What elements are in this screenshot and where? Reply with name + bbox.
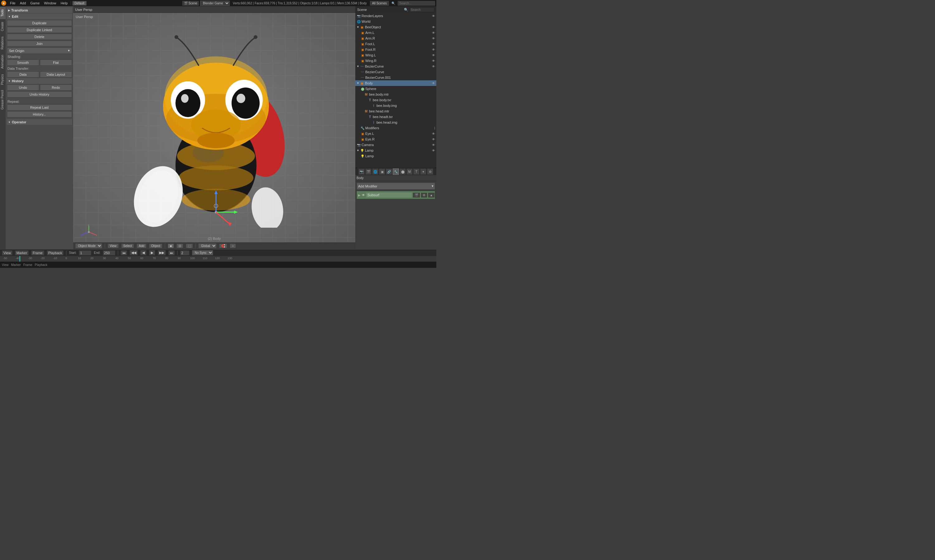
outliner-item-bee-headt-txr[interactable]: T bee.headt.txr [355,114,436,120]
join-button[interactable]: Join [7,40,72,47]
vtab-tools[interactable]: Tools [0,7,6,19]
edit-section-header[interactable]: ▼ Edit [7,14,72,19]
duplicate-button[interactable]: Duplicate [7,20,72,26]
outliner-item-beziercurve-child1[interactable]: 〰 BezierCurve [355,69,436,75]
beziercurve-visibility-icon[interactable]: 👁 [432,65,435,68]
eye-l-visibility-icon[interactable]: 👁 [432,132,435,135]
world-prop-icon[interactable]: 🌐 [372,169,378,175]
body-expand-icon[interactable]: ▼ [356,82,359,85]
renderlayers-visibility-icon[interactable]: 👁 [432,14,435,18]
object-prop-icon[interactable]: ▣ [379,169,385,175]
duplicate-linked-button[interactable]: Duplicate Linked [7,27,72,33]
tl-end-input[interactable] [103,251,115,255]
outliner-item-foot-r[interactable]: ▣ Foot.R 👁 [355,47,436,52]
vtab-relations[interactable]: Relations [0,34,6,52]
outliner-item-bee-body-txr[interactable]: T bee.body.txr [355,97,436,103]
status-playback[interactable]: Playback [35,263,48,267]
outliner-item-bee-head-img[interactable]: I bee.head.img [355,120,436,125]
all-scenes-btn[interactable]: All Scenes [370,1,389,6]
outliner-item-beziercurve[interactable]: ▼ 〰 BezierCurve 👁 [355,63,436,69]
menu-game[interactable]: Game [28,1,42,6]
status-view[interactable]: View [2,263,9,267]
tl-next-frame-btn[interactable]: ▶▶ [158,250,166,255]
outliner-item-wing-r[interactable]: ▣ Wing.R 👁 [355,58,436,63]
proportional-btn[interactable]: ○ [230,243,236,248]
outliner-search-icon[interactable]: 🔍 [404,8,408,12]
outliner-item-bee-head-mtr[interactable]: M bee.head.mtr [355,108,436,114]
outliner-item-eye-r[interactable]: ▣ Eye.R 👁 [355,137,436,142]
texture-mode-btn[interactable]: ⬚ [186,243,193,248]
menu-window[interactable]: Window [42,1,58,6]
subsurf-name-input[interactable] [366,192,412,197]
pivot-select[interactable]: Global [198,243,217,249]
tl-playback-btn[interactable]: Playback [47,251,64,255]
tl-start-input[interactable] [79,251,91,255]
main-viewport[interactable]: User Persp [73,6,355,249]
wing-l-visibility-icon[interactable]: 👁 [432,54,435,57]
modifier-prop-icon[interactable]: 🔧 [393,169,399,175]
texture-prop-icon[interactable]: T [413,169,420,175]
status-frame[interactable]: Frame [23,263,32,267]
menu-add[interactable]: Add [18,1,28,6]
vtab-grease-pencil[interactable]: Grease Pencil [0,88,6,112]
outliner-item-foot-l[interactable]: ▣ Foot.L 👁 [355,41,436,47]
smooth-button[interactable]: Smooth [7,60,39,66]
tl-marker-btn[interactable]: Marker [15,251,29,255]
outliner-item-sphere[interactable]: ⬤ Sphere [355,86,436,92]
outliner-item-eye-l[interactable]: ▣ Eye.L 👁 [355,131,436,137]
add-menu-btn[interactable]: Add [136,243,147,248]
wire-mode-btn[interactable]: ⊡ [176,243,183,248]
tl-view-btn[interactable]: View [2,251,12,255]
outliner-item-body[interactable]: ▼ ▣ Body 👁 [355,80,436,86]
scene-selector[interactable]: 🎬 Scene [182,1,199,6]
search-icon[interactable]: 🔍 [390,1,397,5]
view-menu-btn[interactable]: View [108,243,119,248]
outliner-item-wing-l[interactable]: ▣ Wing.L 👁 [355,52,436,58]
status-marker[interactable]: Marker [11,263,21,267]
foot-l-visibility-icon[interactable]: 👁 [432,42,435,46]
tl-play-back-btn[interactable]: ◀ [140,250,147,255]
repeat-last-button[interactable]: Repeat Last [7,104,72,111]
foot-r-visibility-icon[interactable]: 👁 [432,48,435,51]
flat-button[interactable]: Flat [40,60,72,66]
tl-frame-btn[interactable]: Frame [31,251,44,255]
workspace-label[interactable]: Default [72,1,86,6]
data-layout-button[interactable]: Data Layout [40,71,72,78]
outliner-item-lamp-child[interactable]: 💡 Lamp [355,153,436,159]
beeobject-expand-icon[interactable]: ▼ [356,26,359,29]
physics-prop-icon[interactable]: ⚙ [427,169,433,175]
data-prop-icon[interactable]: ⬤ [400,169,406,175]
subsurf-settings-btn[interactable]: ⚙ [421,193,427,197]
menu-file[interactable]: File [8,1,17,6]
beziercurve-expand-icon[interactable]: ▼ [356,65,359,68]
vtab-create[interactable]: Create [0,19,6,34]
subsurf-visibility-icon[interactable]: 👁 [362,194,365,197]
subsurf-down-btn[interactable]: ▼ [436,193,436,197]
solid-mode-btn[interactable]: ■ [168,243,174,248]
add-modifier-button[interactable]: Add Modifier ▾ [356,183,435,190]
outliner-item-renderlayers[interactable]: 📷 RenderLayers 👁 [355,13,436,19]
render-prop-icon[interactable]: 📷 [358,169,365,175]
outliner-item-bee-body-mtr[interactable]: M bee.body.mtr [355,92,436,97]
outliner-item-camera[interactable]: 📷 Camera 👁 [355,142,436,148]
subsurf-up-btn[interactable]: ▲ [428,193,435,197]
transform-section-header[interactable]: ▶ Transform [7,8,72,13]
constraint-prop-icon[interactable]: 🔗 [386,169,392,175]
undo-history-button[interactable]: Undo History [7,91,72,97]
outliner-item-arm-l[interactable]: ▣ Arm.L 👁 [355,30,436,35]
outliner-item-lamp[interactable]: ▼ 💡 Lamp 👁 [355,148,436,153]
global-search-input[interactable] [398,1,435,6]
outliner-item-arm-r[interactable]: ▣ Arm.R 👁 [355,35,436,41]
history-dots-button[interactable]: History... [7,111,72,117]
camera-visibility-icon[interactable]: 👁 [432,143,435,147]
snap-btn[interactable]: 🧲 [219,243,227,248]
data-button[interactable]: Data [7,71,39,78]
redo-button[interactable]: Redo [40,85,72,91]
tl-jump-start-btn[interactable]: ⏮ [120,251,127,255]
select-menu-btn[interactable]: Select [121,243,134,248]
outliner-item-bee-body-img[interactable]: I bee.body.img [355,103,436,108]
outliner-search-input[interactable] [409,8,435,12]
object-menu-btn[interactable]: Object [149,243,162,248]
outliner-tree[interactable]: 📷 RenderLayers 👁 🌐 World ▼ ▣ BeeObject 👁… [355,13,436,168]
eye-r-visibility-icon[interactable]: 👁 [432,138,435,141]
